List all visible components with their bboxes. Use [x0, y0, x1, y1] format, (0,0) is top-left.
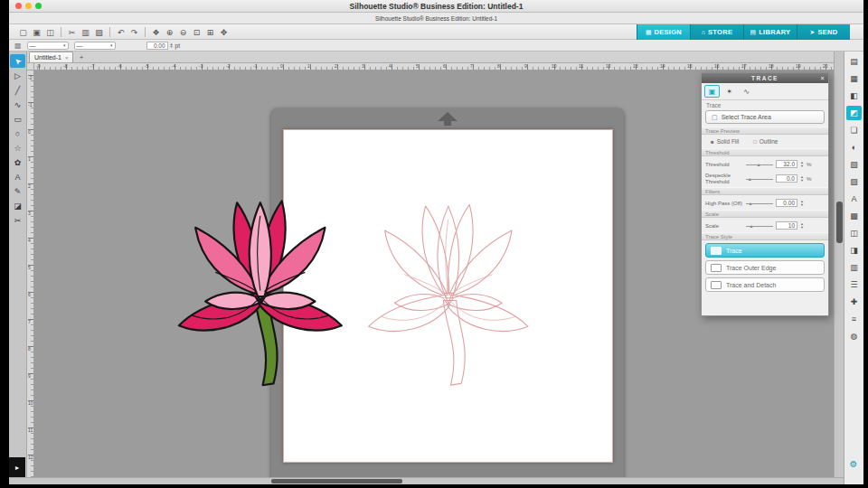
- select-trace-area-button[interactable]: ▢ Select Trace Area: [705, 110, 825, 124]
- zoom-out-icon[interactable]: ⊖: [177, 26, 189, 38]
- high-pass-slider[interactable]: ▲: [746, 200, 773, 207]
- stepper-down-icon[interactable]: ▼: [800, 203, 804, 207]
- curve-tool[interactable]: ∿: [10, 98, 25, 111]
- stepper-down-icon[interactable]: ▼: [170, 45, 174, 49]
- scale-slider[interactable]: ▲: [746, 222, 773, 230]
- threshold-value-field[interactable]: 32.0: [776, 160, 797, 168]
- zoom-selection-icon[interactable]: ⊡: [191, 26, 203, 38]
- eraser-tool-icon: ◪: [14, 202, 22, 211]
- object-panel-icon[interactable]: ≡: [846, 312, 862, 326]
- draw-tool[interactable]: ✎: [10, 184, 25, 198]
- section-threshold: Threshold: [702, 148, 828, 156]
- modify-panel-icon[interactable]: ▥: [846, 260, 862, 275]
- slider-thumb[interactable]: ▲: [756, 161, 760, 168]
- line-tool[interactable]: ╱: [10, 83, 25, 97]
- copy-icon[interactable]: ▥: [80, 26, 91, 38]
- redo-icon[interactable]: ↷: [128, 26, 140, 38]
- trace-panel-icon[interactable]: ◩: [846, 106, 862, 120]
- stepper-down-icon[interactable]: ▼: [800, 179, 804, 183]
- align-panel-icon[interactable]: ◫: [846, 226, 862, 240]
- text-style-panel-icon[interactable]: A: [846, 192, 862, 206]
- vertical-scrollbar-thumb[interactable]: [836, 202, 843, 243]
- transform-panel-icon[interactable]: ◧: [846, 89, 862, 103]
- lotus-trace-preview[interactable]: [357, 176, 536, 400]
- stroke-width-field[interactable]: 0.00: [146, 42, 168, 50]
- lasso-tool[interactable]: ∿: [739, 85, 754, 98]
- close-panel-icon[interactable]: ×: [820, 73, 826, 83]
- pixscan-panel-icon[interactable]: ◍: [846, 329, 862, 343]
- slider-thumb[interactable]: ▲: [748, 200, 752, 207]
- trace-area-tool[interactable]: ▣: [704, 85, 720, 98]
- trace-style-detach[interactable]: Trace and Detach: [705, 277, 825, 292]
- select-trace-area-label: Select Trace Area: [722, 114, 771, 120]
- point-edit-tool[interactable]: ▷: [10, 69, 25, 82]
- pattern-panel-icon[interactable]: ▨: [846, 174, 862, 189]
- fill-pattern-icon[interactable]: ▩: [14, 42, 22, 50]
- trace-style-trace[interactable]: Trace: [705, 243, 825, 258]
- scale-panel-icon[interactable]: ✚: [846, 295, 862, 309]
- v-ruler: -2-101234567891011121314: [27, 70, 34, 477]
- lotus-image[interactable]: [167, 174, 350, 399]
- polygon-tool[interactable]: ☆: [10, 141, 25, 155]
- horizontal-scrollbar[interactable]: [9, 477, 844, 484]
- ruler-number: 5: [28, 265, 31, 270]
- magic-wand-tool[interactable]: ✶: [722, 85, 737, 98]
- despeckle-slider[interactable]: ▲: [746, 175, 773, 183]
- tab-design[interactable]: ▦DESIGN: [637, 24, 690, 40]
- fit-to-page-icon[interactable]: ⊞: [204, 26, 216, 38]
- despeckle-value-field[interactable]: 0.0: [776, 174, 797, 183]
- horizontal-scrollbar-thumb[interactable]: [271, 479, 402, 483]
- page-setup-panel-icon[interactable]: ▤: [846, 54, 862, 69]
- image-effects-panel-icon[interactable]: ▩: [846, 209, 862, 223]
- zoom-in-icon[interactable]: ⊕: [164, 26, 175, 38]
- preferences-gear-icon[interactable]: ⚙: [850, 459, 858, 469]
- eraser-tool[interactable]: ◪: [10, 199, 25, 212]
- open-icon[interactable]: ▣: [31, 26, 42, 38]
- replicate-panel-icon[interactable]: ◨: [846, 243, 862, 258]
- ruler-number: -1: [28, 102, 32, 108]
- document-tab-untitled-1[interactable]: Untitled-1 ×: [29, 52, 73, 62]
- panel-drawer-toggle[interactable]: ▸: [9, 457, 25, 477]
- scale-value-field[interactable]: 10: [776, 221, 797, 230]
- save-icon[interactable]: ◫: [44, 26, 56, 38]
- ruler-number: 11: [579, 63, 583, 69]
- outline-option[interactable]: □Outline: [753, 138, 778, 145]
- new-document-icon[interactable]: ▢: [17, 26, 29, 38]
- ellipse-tool-icon: ○: [15, 129, 20, 138]
- grid-panel-icon[interactable]: ▦: [846, 71, 862, 86]
- paste-icon[interactable]: ▨: [93, 26, 105, 38]
- rectangle-tool[interactable]: ▭: [10, 112, 25, 126]
- line-style-panel-icon[interactable]: ▧: [846, 157, 862, 172]
- stepper-down-icon[interactable]: ▼: [800, 164, 804, 168]
- line-color-dropdown[interactable]: — ▾: [27, 42, 69, 50]
- offset-panel-icon[interactable]: ❏: [846, 123, 862, 137]
- vertical-scrollbar[interactable]: [834, 52, 844, 477]
- fill-color-panel-icon[interactable]: ◐: [846, 140, 862, 155]
- trace-panel-header[interactable]: TRACE ×: [702, 73, 828, 83]
- slider-thumb[interactable]: ▲: [750, 222, 754, 230]
- line-style-dropdown[interactable]: — ▾: [74, 42, 116, 50]
- high-pass-value-field[interactable]: 0.00: [776, 199, 797, 207]
- ellipse-tool[interactable]: ○: [10, 127, 25, 140]
- despeckle-stepper: ▲▼: [800, 175, 804, 182]
- undo-icon[interactable]: ↶: [115, 26, 127, 38]
- close-tab-icon[interactable]: ×: [65, 55, 69, 61]
- add-document-tab-button[interactable]: +: [76, 52, 86, 62]
- knife-tool[interactable]: ✂: [10, 213, 25, 227]
- ruler-number: 8: [28, 346, 31, 352]
- stepper-down-icon[interactable]: ▼: [800, 226, 804, 230]
- select-tool[interactable]: ➤: [10, 54, 25, 68]
- pan-icon[interactable]: ✥: [218, 26, 230, 38]
- flourish-tool[interactable]: ✿: [10, 155, 25, 169]
- trace-style-outer-edge[interactable]: Trace Outer Edge: [705, 260, 825, 275]
- layers-panel-icon[interactable]: ☰: [846, 277, 862, 292]
- drag-icon[interactable]: ❖: [150, 26, 162, 38]
- solid-fill-option[interactable]: ■Solid Fill: [711, 138, 739, 145]
- tab-library[interactable]: ▤LIBRARY: [743, 24, 797, 40]
- tab-store[interactable]: ⌂STORE: [690, 24, 743, 40]
- text-tool[interactable]: A: [10, 170, 25, 183]
- cut-icon[interactable]: ✂: [66, 26, 78, 38]
- tab-send[interactable]: ➤SEND: [797, 24, 850, 40]
- threshold-slider[interactable]: ▲: [746, 161, 773, 168]
- slider-thumb[interactable]: ▲: [748, 175, 752, 183]
